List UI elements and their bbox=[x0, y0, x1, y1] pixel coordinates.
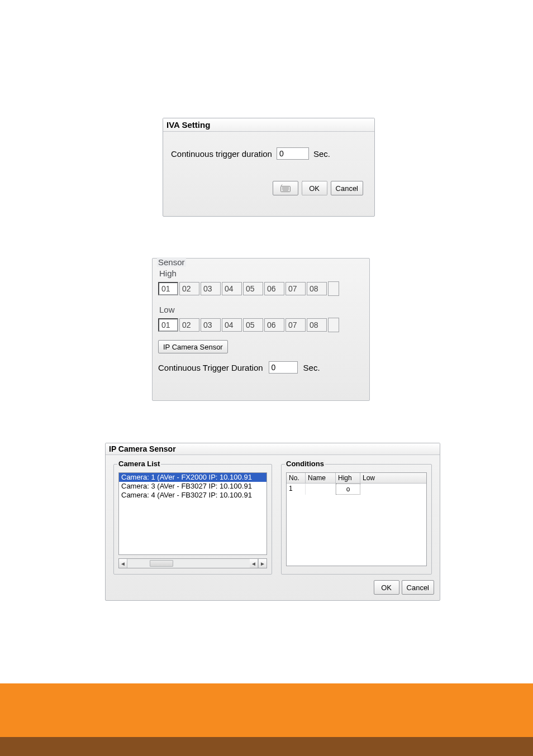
iva-setting-dialog: IVA Setting Continuous trigger duration … bbox=[163, 118, 375, 217]
footer-brown bbox=[0, 737, 533, 756]
scroll-left-icon[interactable]: ◄ bbox=[119, 559, 127, 568]
ipcs-ok-button[interactable]: OK bbox=[374, 580, 399, 595]
sensor-cell[interactable]: 05 bbox=[243, 282, 263, 295]
cond-header-high[interactable]: High bbox=[336, 473, 360, 483]
sensor-ctd-label: Continuous Trigger Duration bbox=[158, 363, 263, 372]
sensor-groupbox: Sensor High 0102030405060708 Low 0102030… bbox=[152, 258, 370, 401]
sensor-cell[interactable]: 05 bbox=[243, 318, 263, 332]
scroll-track[interactable] bbox=[127, 559, 250, 568]
sensor-cell[interactable]: 07 bbox=[285, 282, 306, 295]
cond-header-low[interactable]: Low bbox=[360, 473, 426, 483]
table-row[interactable]: 1o bbox=[287, 484, 426, 495]
cond-cell-high[interactable]: o bbox=[336, 484, 360, 495]
keyboard-icon bbox=[280, 184, 291, 192]
sensor-tail bbox=[328, 281, 339, 296]
ipcs-title: IP Camera Sensor bbox=[106, 443, 440, 455]
sensor-cell[interactable]: 01 bbox=[158, 282, 178, 295]
sensor-cell[interactable]: 08 bbox=[307, 282, 327, 295]
sensor-cell[interactable]: 06 bbox=[264, 282, 284, 295]
iva-ok-button[interactable]: OK bbox=[302, 181, 327, 195]
conditions-table[interactable]: No. Name High Low 1o bbox=[286, 472, 427, 566]
sensor-cell[interactable]: 04 bbox=[222, 318, 242, 332]
sensor-legend: Sensor bbox=[157, 257, 186, 267]
cond-header-no[interactable]: No. bbox=[287, 473, 306, 483]
camera-list-hscrollbar[interactable]: ◄ ◄ ► bbox=[118, 558, 267, 568]
camera-list-groupbox: Camera List Camera: 1 (AVer - FX2000 IP:… bbox=[113, 464, 272, 575]
scroll-left2-icon[interactable]: ◄ bbox=[250, 559, 258, 568]
list-item[interactable]: Camera: 3 (AVer - FB3027 IP: 10.100.91 bbox=[119, 482, 266, 491]
sensor-low-row: 0102030405060708 bbox=[158, 318, 364, 332]
sensor-high-label: High bbox=[159, 269, 364, 278]
list-item[interactable]: Camera: 4 (AVer - FB3027 IP: 10.100.91 bbox=[119, 491, 266, 500]
sensor-high-row: 0102030405060708 bbox=[158, 281, 364, 296]
sensor-tail bbox=[328, 318, 339, 332]
sensor-cell[interactable]: 06 bbox=[264, 318, 284, 332]
footer-band bbox=[0, 683, 533, 756]
list-item[interactable]: Camera: 1 (AVer - FX2000 IP: 10.100.91 bbox=[119, 473, 266, 482]
sensor-ctd-input[interactable] bbox=[269, 361, 298, 374]
sensor-cell[interactable]: 01 bbox=[158, 318, 178, 332]
sensor-cell[interactable]: 07 bbox=[285, 318, 306, 332]
iva-cancel-button[interactable]: Cancel bbox=[331, 181, 363, 195]
sensor-cell[interactable]: 03 bbox=[201, 282, 221, 295]
conditions-legend: Conditions bbox=[285, 460, 325, 468]
sensor-ctd-unit: Sec. bbox=[303, 363, 320, 372]
conditions-groupbox: Conditions No. Name High Low 1o bbox=[281, 464, 432, 575]
camera-list-legend: Camera List bbox=[117, 460, 161, 468]
sensor-cell[interactable]: 02 bbox=[179, 282, 199, 295]
keyboard-icon-button[interactable] bbox=[273, 181, 298, 195]
scroll-thumb[interactable] bbox=[150, 560, 173, 567]
sensor-cell[interactable]: 03 bbox=[201, 318, 221, 332]
conditions-header: No. Name High Low bbox=[287, 473, 426, 484]
cond-header-name[interactable]: Name bbox=[306, 473, 336, 483]
cond-cell-low[interactable] bbox=[360, 484, 426, 495]
iva-ctd-label: Continuous trigger duration bbox=[171, 149, 272, 159]
sensor-cell[interactable]: 04 bbox=[222, 282, 242, 295]
footer-orange bbox=[0, 683, 533, 737]
sensor-low-label: Low bbox=[159, 305, 364, 314]
scroll-right-icon[interactable]: ► bbox=[258, 559, 266, 568]
iva-title: IVA Setting bbox=[163, 118, 374, 132]
ip-camera-sensor-button[interactable]: IP Camera Sensor bbox=[158, 340, 228, 353]
iva-ctd-unit: Sec. bbox=[313, 149, 330, 159]
cond-cell-name bbox=[306, 484, 336, 495]
iva-ctd-input[interactable] bbox=[277, 147, 309, 160]
cond-cell-no: 1 bbox=[287, 484, 306, 495]
camera-listbox[interactable]: Camera: 1 (AVer - FX2000 IP: 10.100.91Ca… bbox=[118, 472, 267, 555]
ipcs-cancel-button[interactable]: Cancel bbox=[402, 580, 434, 595]
ip-camera-sensor-dialog: IP Camera Sensor Camera List Camera: 1 (… bbox=[105, 443, 440, 601]
sensor-cell[interactable]: 08 bbox=[307, 318, 327, 332]
sensor-cell[interactable]: 02 bbox=[179, 318, 199, 332]
